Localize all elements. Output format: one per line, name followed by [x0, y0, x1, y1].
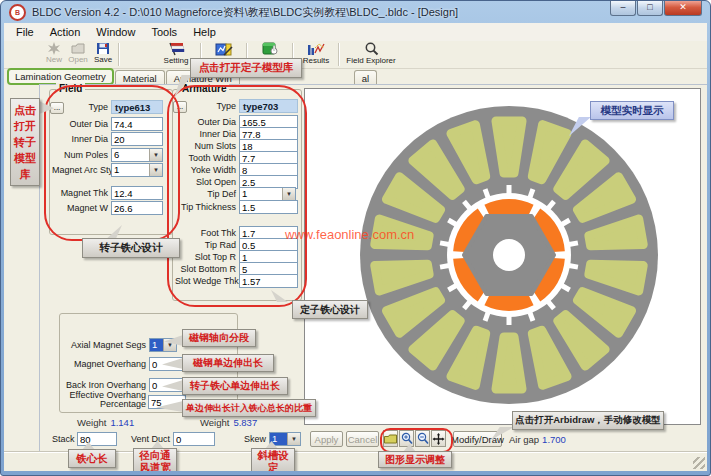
field-weight: Weight1.141 — [77, 417, 134, 428]
motor-cross-section — [349, 95, 669, 415]
save-button[interactable]: Save — [90, 42, 116, 67]
zoom-out-icon — [417, 432, 429, 445]
field-type-label: Type — [52, 102, 111, 112]
zoom-out-button[interactable] — [415, 430, 430, 447]
stack-label: Stack — [52, 434, 77, 444]
cancel-button[interactable]: Cancel — [346, 431, 379, 447]
menu-tools[interactable]: Tools — [143, 25, 185, 39]
field-inner-dia-label: Inner Dia — [52, 134, 111, 144]
armature-tip-thickness-input[interactable] — [239, 200, 298, 214]
chevron-down-icon: ▼ — [287, 433, 300, 445]
air-gap-readout: Air gap1.700 — [509, 434, 566, 445]
window-title: BLDC Version 4.2 - D:\010 Magneforce资料\教… — [32, 5, 458, 20]
magnifier-icon — [364, 42, 379, 56]
tab-material[interactable]: Material — [115, 70, 165, 85]
chevron-down-icon: ▼ — [282, 188, 295, 200]
annotation-open-arbidraw: 点击打开Arbidraw，手动修改模型 — [512, 411, 664, 430]
open-model-button[interactable] — [383, 430, 398, 447]
field-magnet-thk-input[interactable] — [111, 186, 163, 200]
chevron-down-icon: ▼ — [149, 164, 162, 176]
menu-help[interactable]: Help — [185, 25, 224, 39]
field-explorer-button[interactable]: Field Explorer — [340, 42, 402, 67]
stack-input[interactable] — [77, 432, 117, 446]
annotation-core-length: 铁心长 — [68, 449, 116, 468]
toolbar: New Open Save Setting Design — [4, 41, 707, 69]
field-outer-dia-label: Outer Dia — [52, 119, 111, 129]
pan-button[interactable] — [431, 430, 446, 447]
save-icon — [96, 42, 110, 55]
client-area: File Action Window Tools Help New Open S… — [4, 23, 707, 471]
annotation-open-stator-lib: 点击打开定子模型库 — [190, 58, 302, 78]
annotation-vent-width: 径向通风道宽 — [133, 448, 177, 471]
field-magnet-thk-label: Magnet Thk — [52, 188, 111, 198]
field-group-title: Field — [56, 83, 85, 94]
new-button[interactable]: New — [42, 42, 66, 67]
armature-weight: Weight5.837 — [200, 417, 257, 428]
field-num-poles-label: Num Poles — [52, 150, 111, 160]
field-inner-dia-input[interactable] — [111, 132, 163, 146]
armature-type-value: type703 — [239, 99, 298, 113]
magnet-overhang-label: Magnet Overhang — [61, 359, 149, 369]
field-magnet-w-label: Magnet W — [52, 203, 111, 213]
armature-tip-def-select[interactable]: 1▼ — [239, 187, 296, 201]
annotation-overhang-percentage: 单边伸出长计入铁心总长的比重 — [182, 399, 316, 417]
menu-bar: File Action Window Tools Help — [4, 23, 707, 42]
resize-grip[interactable] — [693, 457, 705, 469]
model-canvas[interactable] — [304, 88, 701, 425]
open-icon — [71, 42, 86, 55]
vent-duct-input[interactable] — [173, 432, 215, 446]
watermark: www.feaonline.com.cn — [285, 227, 414, 242]
field-magnet-w-input[interactable] — [111, 201, 163, 215]
shaft-hole — [493, 239, 525, 271]
title-bar: B BLDC Version 4.2 - D:\010 Magneforce资料… — [1, 1, 710, 23]
back-iron-overhang-label: Back Iron Overhang — [61, 380, 149, 390]
annotation-skew-setting: 斜槽设定 — [251, 448, 295, 471]
design-icon — [215, 42, 233, 56]
menu-action[interactable]: Action — [42, 25, 89, 39]
annotation-graphic-adjust: 图形显示调整 — [378, 451, 452, 468]
vent-duct-label: Vent Duct — [130, 434, 173, 444]
menu-file[interactable]: File — [8, 25, 42, 39]
annotation-magnet-axial-seg: 磁钢轴向分段 — [182, 329, 256, 347]
annotation-rotor-core-design: 转子铁心设计 — [82, 238, 180, 258]
setting-flag-icon — [167, 42, 185, 56]
results-chart-icon — [307, 42, 325, 56]
open-button[interactable]: Open — [66, 42, 90, 67]
apply-button[interactable]: Apply — [310, 431, 343, 447]
folder-icon — [384, 434, 397, 444]
zoom-in-icon — [401, 432, 413, 445]
maximize-button[interactable]: □ — [637, 1, 663, 16]
field-num-poles-select[interactable]: 6▼ — [111, 148, 163, 162]
field-outer-dia-input[interactable] — [111, 117, 163, 131]
chevron-down-icon: ▼ — [149, 149, 162, 161]
axial-magnet-segs-label: Axial Magnet Segs — [61, 340, 149, 350]
annotation-open-rotor-lib: 点击打开转子模型库 — [10, 98, 40, 186]
pan-icon — [432, 432, 445, 446]
skew-label: Skew — [242, 434, 269, 444]
tab-partial[interactable]: al — [354, 70, 377, 85]
app-icon: B — [9, 4, 26, 21]
new-icon — [47, 42, 61, 55]
annotation-model-live-view: 模型实时显示 — [590, 101, 674, 120]
field-type-value: type613 — [111, 100, 163, 114]
app-window: B BLDC Version 4.2 - D:\010 Magneforce资料… — [0, 0, 711, 476]
run-icon — [262, 42, 279, 56]
annotation-stator-core-design: 定子铁心设计 — [292, 300, 368, 319]
field-magnet-arc-select[interactable]: 1▼ — [111, 163, 163, 177]
close-button[interactable]: ✕ — [664, 1, 702, 16]
annotation-rotor-core-overhang: 转子铁心单边伸出长 — [182, 377, 288, 395]
armature-type-label: Type — [175, 101, 239, 111]
modify-draw-button[interactable]: Modify/Draw — [453, 431, 502, 447]
field-magnet-arc-label: Magnet Arc Style — [52, 165, 111, 175]
annotation-magnet-overhang: 磁钢单边伸出长 — [182, 354, 274, 372]
zoom-in-button[interactable] — [399, 430, 414, 447]
minimize-button[interactable]: – — [610, 1, 636, 16]
armature-slot-wedge-thk-input[interactable] — [239, 274, 298, 288]
armature-group-title: Armature — [179, 83, 229, 94]
effective-overhang-label: Effective Overhang Percentage — [61, 391, 149, 409]
menu-window[interactable]: Window — [88, 25, 143, 39]
